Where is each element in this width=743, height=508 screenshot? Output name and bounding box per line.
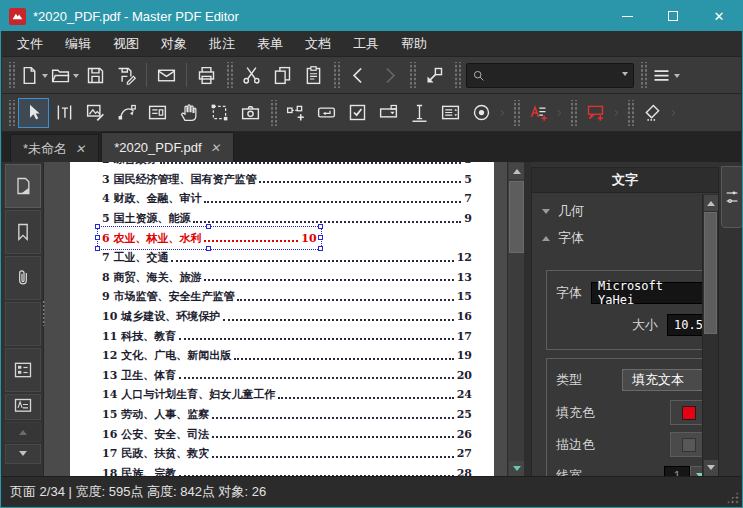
section-font[interactable]: 字体	[542, 229, 584, 247]
save-button[interactable]	[80, 60, 111, 90]
document-tab[interactable]: *2020_PDF.pdf✕	[101, 132, 234, 162]
scroll-up-arrow[interactable]	[509, 163, 524, 179]
toolbar-grip[interactable]	[639, 62, 647, 88]
select-area-tool-button[interactable]	[204, 98, 235, 128]
panel-scrollbar-thumb[interactable]	[704, 212, 717, 334]
selection-handle[interactable]	[95, 235, 100, 240]
copy-button[interactable]	[267, 60, 298, 90]
sidebar-tab-bookmarks[interactable]	[5, 210, 41, 254]
toc-row[interactable]: 12 文化、广电、新闻出版19	[102, 346, 472, 366]
menu-item[interactable]: 表单	[249, 31, 291, 57]
toolbar-grip[interactable]	[332, 62, 340, 88]
toolbar-grip[interactable]	[569, 100, 577, 126]
edit-text-tool-button[interactable]	[49, 98, 80, 128]
search-input[interactable]	[489, 68, 616, 82]
toc-row[interactable]: 16 公安、安全、司法26	[102, 424, 472, 444]
add-checkbox-field-button[interactable]	[342, 98, 373, 128]
send-email-button[interactable]	[151, 60, 182, 90]
toc-row[interactable]: 7 工业、交通12	[102, 248, 472, 268]
snapshot-tool-button[interactable]	[235, 98, 266, 128]
add-combobox-field-button[interactable]	[373, 98, 404, 128]
menu-item[interactable]: 视图	[105, 31, 147, 57]
menu-item[interactable]: 文档	[297, 31, 339, 57]
paste-button[interactable]	[298, 60, 329, 90]
toc-row[interactable]: 5 国土资源、能源9	[102, 209, 472, 229]
toc-row[interactable]: 4 财政、金融、审计7	[102, 189, 472, 209]
minimize-button[interactable]	[604, 1, 650, 31]
selection-handle[interactable]	[95, 246, 100, 251]
selected-text-object[interactable]: 6 农业、林业、水利10	[102, 231, 317, 246]
toolbar-grip[interactable]	[269, 100, 277, 126]
menu-item[interactable]: 编辑	[57, 31, 99, 57]
toc-row[interactable]: 14 人口与计划生育、妇女儿童工作24	[102, 385, 472, 405]
sidebar-scroll-up-button[interactable]	[5, 422, 41, 442]
menu-item[interactable]: 工具	[345, 31, 387, 57]
maximize-button[interactable]	[650, 1, 696, 31]
cut-button[interactable]	[236, 60, 267, 90]
toc-row[interactable]: 8 商贸、海关、旅游13	[102, 268, 472, 288]
toolbar-overflow-chevron[interactable]	[554, 100, 566, 126]
toolbar-grip[interactable]	[7, 100, 15, 126]
toolbar-grip[interactable]	[225, 62, 233, 88]
toc-row[interactable]: 3 国民经济管理、国有资产监管5	[102, 170, 472, 190]
highlighter-tool-button[interactable]	[637, 98, 668, 128]
save-as-button[interactable]	[111, 60, 142, 90]
print-button[interactable]	[191, 60, 222, 90]
panel-scrollbar[interactable]	[702, 194, 718, 477]
scroll-down-arrow[interactable]	[509, 461, 524, 477]
toc-row[interactable]: 17 民政、扶贫、救灾27	[102, 444, 472, 464]
edit-path-tool-button[interactable]	[111, 98, 142, 128]
toc-row[interactable]: 10 城乡建设、环境保护16	[102, 307, 472, 327]
menu-item[interactable]: 文件	[9, 31, 51, 57]
sidebar-tab-form-fields[interactable]	[5, 348, 41, 392]
edit-forms-tool-button[interactable]	[142, 98, 173, 128]
back-button[interactable]	[343, 60, 374, 90]
new-document-button[interactable]	[18, 60, 49, 90]
panel-scroll-down-arrow[interactable]	[704, 460, 718, 476]
add-callout-annotation-button[interactable]	[580, 98, 611, 128]
panel-scroll-up-arrow[interactable]	[704, 195, 718, 211]
add-listbox-field-button[interactable]	[435, 98, 466, 128]
toolbar-overflow-chevron[interactable]	[668, 100, 680, 126]
toc-row[interactable]: 15 劳动、人事、监察25	[102, 405, 472, 425]
selection-handle[interactable]	[318, 235, 323, 240]
toolbar-overflow-chevron[interactable]	[497, 100, 509, 126]
document-tab[interactable]: *未命名✕	[10, 134, 99, 162]
type-dropdown[interactable]: 填充文本	[622, 369, 714, 391]
search-dropdown-caret[interactable]	[622, 72, 628, 79]
fit-page-button[interactable]	[419, 60, 450, 90]
toc-row[interactable]: 11 科技、教育17	[102, 326, 472, 346]
scrollbar-thumb[interactable]	[509, 181, 524, 253]
toc-row[interactable]: 6 农业、林业、水利10	[102, 228, 472, 248]
add-button-field-button[interactable]	[311, 98, 342, 128]
toolbar-grip[interactable]	[512, 100, 520, 126]
add-text-field-button[interactable]	[404, 98, 435, 128]
forward-button[interactable]	[374, 60, 405, 90]
toolbar-grip[interactable]	[7, 62, 15, 88]
toolbar-grip[interactable]	[626, 100, 634, 126]
main-menu-button[interactable]	[650, 60, 681, 90]
selection-handle[interactable]	[95, 224, 100, 229]
toolbar-grip[interactable]	[408, 62, 416, 88]
edit-image-tool-button[interactable]	[80, 98, 111, 128]
add-text-annotation-button[interactable]	[523, 98, 554, 128]
menu-item[interactable]: 批注	[201, 31, 243, 57]
open-document-button[interactable]	[49, 60, 80, 90]
sidebar-tab-attachments[interactable]	[5, 256, 41, 300]
toc-row[interactable]: 2 综合政务3	[102, 162, 472, 170]
add-radio-field-button[interactable]	[466, 98, 497, 128]
close-button[interactable]: ✕	[696, 1, 742, 31]
tab-close-icon[interactable]: ✕	[209, 141, 222, 155]
sidebar-scroll-down-button[interactable]	[5, 444, 41, 464]
font-name-field[interactable]: Microsoft YaHei	[591, 282, 713, 304]
add-link-button[interactable]	[280, 98, 311, 128]
section-geometry[interactable]: 几何	[542, 202, 584, 220]
menu-item[interactable]: 帮助	[393, 31, 435, 57]
sidebar-tab-annotations[interactable]	[5, 394, 41, 420]
toolbar-overflow-chevron[interactable]	[611, 100, 623, 126]
toc-row[interactable]: 9 市场监管、安全生产监管15	[102, 287, 472, 307]
font-size-field[interactable]: 10.5	[667, 314, 707, 336]
panel-splitter[interactable]	[524, 162, 531, 478]
properties-toggle-tab[interactable]	[721, 166, 743, 228]
hand-tool-button[interactable]	[173, 98, 204, 128]
